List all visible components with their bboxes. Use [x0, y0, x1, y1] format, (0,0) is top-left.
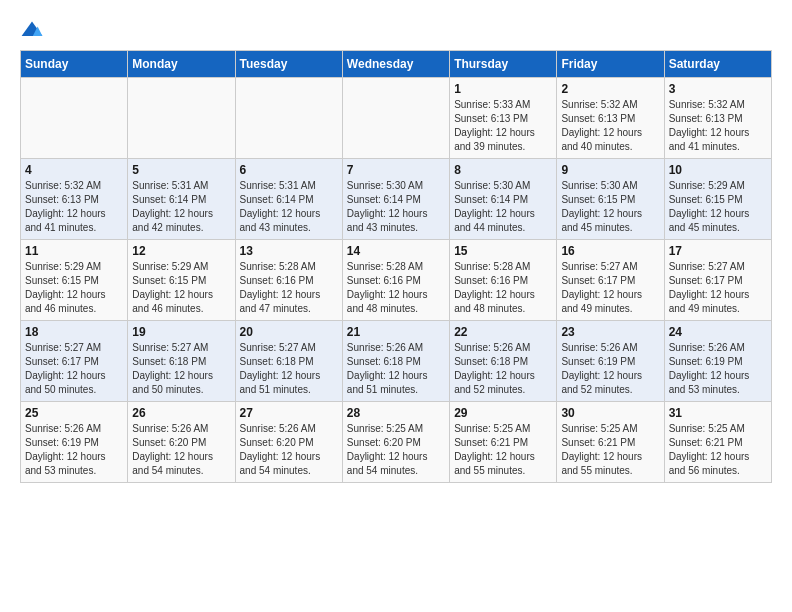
day-info: Sunrise: 5:26 AM Sunset: 6:19 PM Dayligh… [561, 341, 659, 397]
calendar-cell: 29Sunrise: 5:25 AM Sunset: 6:21 PM Dayli… [450, 402, 557, 483]
calendar-header-row: SundayMondayTuesdayWednesdayThursdayFrid… [21, 51, 772, 78]
day-number: 6 [240, 163, 338, 177]
day-info: Sunrise: 5:29 AM Sunset: 6:15 PM Dayligh… [25, 260, 123, 316]
day-info: Sunrise: 5:25 AM Sunset: 6:21 PM Dayligh… [669, 422, 767, 478]
day-number: 14 [347, 244, 445, 258]
day-info: Sunrise: 5:28 AM Sunset: 6:16 PM Dayligh… [347, 260, 445, 316]
day-number: 21 [347, 325, 445, 339]
logo[interactable] [20, 20, 48, 40]
day-number: 7 [347, 163, 445, 177]
day-info: Sunrise: 5:32 AM Sunset: 6:13 PM Dayligh… [669, 98, 767, 154]
logo-icon [20, 20, 44, 40]
calendar-cell: 23Sunrise: 5:26 AM Sunset: 6:19 PM Dayli… [557, 321, 664, 402]
day-number: 1 [454, 82, 552, 96]
day-info: Sunrise: 5:26 AM Sunset: 6:18 PM Dayligh… [454, 341, 552, 397]
day-header-thursday: Thursday [450, 51, 557, 78]
day-number: 2 [561, 82, 659, 96]
calendar-cell: 28Sunrise: 5:25 AM Sunset: 6:20 PM Dayli… [342, 402, 449, 483]
calendar-cell: 7Sunrise: 5:30 AM Sunset: 6:14 PM Daylig… [342, 159, 449, 240]
day-info: Sunrise: 5:26 AM Sunset: 6:20 PM Dayligh… [240, 422, 338, 478]
day-number: 28 [347, 406, 445, 420]
calendar-cell: 15Sunrise: 5:28 AM Sunset: 6:16 PM Dayli… [450, 240, 557, 321]
day-info: Sunrise: 5:31 AM Sunset: 6:14 PM Dayligh… [132, 179, 230, 235]
day-info: Sunrise: 5:28 AM Sunset: 6:16 PM Dayligh… [454, 260, 552, 316]
calendar-cell: 6Sunrise: 5:31 AM Sunset: 6:14 PM Daylig… [235, 159, 342, 240]
day-info: Sunrise: 5:27 AM Sunset: 6:17 PM Dayligh… [561, 260, 659, 316]
day-info: Sunrise: 5:29 AM Sunset: 6:15 PM Dayligh… [132, 260, 230, 316]
calendar-cell [342, 78, 449, 159]
day-header-tuesday: Tuesday [235, 51, 342, 78]
day-info: Sunrise: 5:27 AM Sunset: 6:18 PM Dayligh… [132, 341, 230, 397]
calendar-cell: 9Sunrise: 5:30 AM Sunset: 6:15 PM Daylig… [557, 159, 664, 240]
day-header-wednesday: Wednesday [342, 51, 449, 78]
day-info: Sunrise: 5:31 AM Sunset: 6:14 PM Dayligh… [240, 179, 338, 235]
day-number: 18 [25, 325, 123, 339]
day-number: 10 [669, 163, 767, 177]
calendar-week-row: 4Sunrise: 5:32 AM Sunset: 6:13 PM Daylig… [21, 159, 772, 240]
calendar-cell: 18Sunrise: 5:27 AM Sunset: 6:17 PM Dayli… [21, 321, 128, 402]
calendar-week-row: 11Sunrise: 5:29 AM Sunset: 6:15 PM Dayli… [21, 240, 772, 321]
calendar-cell: 27Sunrise: 5:26 AM Sunset: 6:20 PM Dayli… [235, 402, 342, 483]
day-number: 20 [240, 325, 338, 339]
calendar-cell: 10Sunrise: 5:29 AM Sunset: 6:15 PM Dayli… [664, 159, 771, 240]
day-number: 22 [454, 325, 552, 339]
calendar-cell: 5Sunrise: 5:31 AM Sunset: 6:14 PM Daylig… [128, 159, 235, 240]
calendar-cell: 3Sunrise: 5:32 AM Sunset: 6:13 PM Daylig… [664, 78, 771, 159]
calendar-cell: 2Sunrise: 5:32 AM Sunset: 6:13 PM Daylig… [557, 78, 664, 159]
calendar-cell: 25Sunrise: 5:26 AM Sunset: 6:19 PM Dayli… [21, 402, 128, 483]
calendar-cell [128, 78, 235, 159]
calendar-cell: 24Sunrise: 5:26 AM Sunset: 6:19 PM Dayli… [664, 321, 771, 402]
calendar-cell: 4Sunrise: 5:32 AM Sunset: 6:13 PM Daylig… [21, 159, 128, 240]
day-info: Sunrise: 5:30 AM Sunset: 6:14 PM Dayligh… [454, 179, 552, 235]
calendar-cell: 13Sunrise: 5:28 AM Sunset: 6:16 PM Dayli… [235, 240, 342, 321]
day-number: 9 [561, 163, 659, 177]
calendar-cell: 12Sunrise: 5:29 AM Sunset: 6:15 PM Dayli… [128, 240, 235, 321]
calendar-cell: 26Sunrise: 5:26 AM Sunset: 6:20 PM Dayli… [128, 402, 235, 483]
calendar-cell: 1Sunrise: 5:33 AM Sunset: 6:13 PM Daylig… [450, 78, 557, 159]
day-number: 29 [454, 406, 552, 420]
day-number: 4 [25, 163, 123, 177]
day-number: 12 [132, 244, 230, 258]
calendar-week-row: 25Sunrise: 5:26 AM Sunset: 6:19 PM Dayli… [21, 402, 772, 483]
calendar-cell: 14Sunrise: 5:28 AM Sunset: 6:16 PM Dayli… [342, 240, 449, 321]
calendar-week-row: 18Sunrise: 5:27 AM Sunset: 6:17 PM Dayli… [21, 321, 772, 402]
calendar-cell: 30Sunrise: 5:25 AM Sunset: 6:21 PM Dayli… [557, 402, 664, 483]
calendar-cell: 16Sunrise: 5:27 AM Sunset: 6:17 PM Dayli… [557, 240, 664, 321]
day-header-saturday: Saturday [664, 51, 771, 78]
day-info: Sunrise: 5:33 AM Sunset: 6:13 PM Dayligh… [454, 98, 552, 154]
day-info: Sunrise: 5:32 AM Sunset: 6:13 PM Dayligh… [25, 179, 123, 235]
day-info: Sunrise: 5:26 AM Sunset: 6:19 PM Dayligh… [669, 341, 767, 397]
day-info: Sunrise: 5:30 AM Sunset: 6:14 PM Dayligh… [347, 179, 445, 235]
day-info: Sunrise: 5:27 AM Sunset: 6:17 PM Dayligh… [669, 260, 767, 316]
calendar-cell: 8Sunrise: 5:30 AM Sunset: 6:14 PM Daylig… [450, 159, 557, 240]
day-number: 8 [454, 163, 552, 177]
day-info: Sunrise: 5:32 AM Sunset: 6:13 PM Dayligh… [561, 98, 659, 154]
day-info: Sunrise: 5:25 AM Sunset: 6:21 PM Dayligh… [561, 422, 659, 478]
day-header-sunday: Sunday [21, 51, 128, 78]
calendar: SundayMondayTuesdayWednesdayThursdayFrid… [20, 50, 772, 483]
day-info: Sunrise: 5:28 AM Sunset: 6:16 PM Dayligh… [240, 260, 338, 316]
day-info: Sunrise: 5:26 AM Sunset: 6:20 PM Dayligh… [132, 422, 230, 478]
day-number: 16 [561, 244, 659, 258]
calendar-cell: 21Sunrise: 5:26 AM Sunset: 6:18 PM Dayli… [342, 321, 449, 402]
calendar-cell: 11Sunrise: 5:29 AM Sunset: 6:15 PM Dayli… [21, 240, 128, 321]
day-number: 27 [240, 406, 338, 420]
day-number: 19 [132, 325, 230, 339]
day-info: Sunrise: 5:25 AM Sunset: 6:21 PM Dayligh… [454, 422, 552, 478]
day-number: 31 [669, 406, 767, 420]
day-number: 17 [669, 244, 767, 258]
day-info: Sunrise: 5:25 AM Sunset: 6:20 PM Dayligh… [347, 422, 445, 478]
calendar-cell [235, 78, 342, 159]
day-number: 30 [561, 406, 659, 420]
day-number: 15 [454, 244, 552, 258]
day-number: 23 [561, 325, 659, 339]
day-header-friday: Friday [557, 51, 664, 78]
calendar-week-row: 1Sunrise: 5:33 AM Sunset: 6:13 PM Daylig… [21, 78, 772, 159]
day-number: 3 [669, 82, 767, 96]
calendar-cell: 31Sunrise: 5:25 AM Sunset: 6:21 PM Dayli… [664, 402, 771, 483]
day-number: 26 [132, 406, 230, 420]
day-header-monday: Monday [128, 51, 235, 78]
day-info: Sunrise: 5:27 AM Sunset: 6:18 PM Dayligh… [240, 341, 338, 397]
day-info: Sunrise: 5:29 AM Sunset: 6:15 PM Dayligh… [669, 179, 767, 235]
day-number: 24 [669, 325, 767, 339]
